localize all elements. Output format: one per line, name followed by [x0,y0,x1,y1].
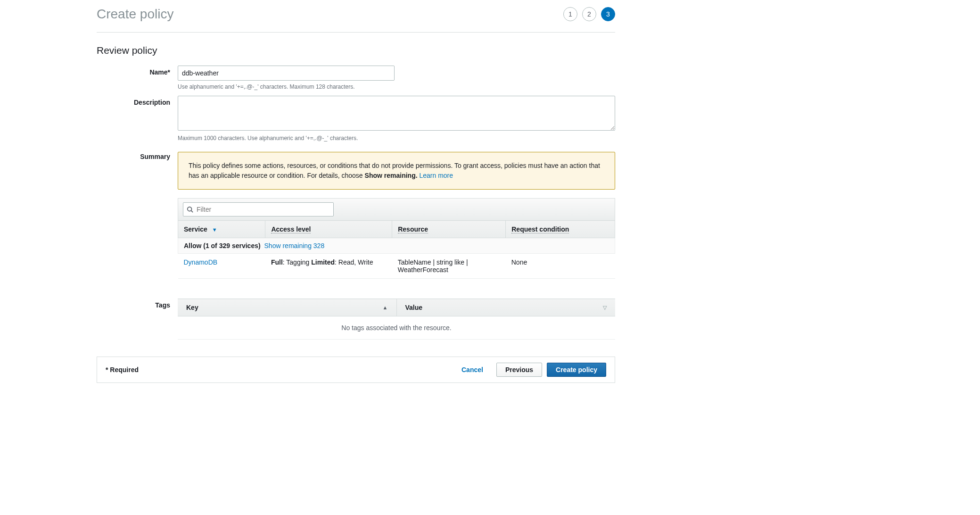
cell-resource: TableName | string like | WeatherForecas… [392,254,506,279]
step-3[interactable]: 3 [601,7,615,21]
summary-row: Summary This policy defines some actions… [97,152,615,279]
table-row: DynamoDB Full: Tagging Limited: Read, Wr… [178,254,615,279]
summary-panel: Service ▼ Access level Resource [178,198,615,279]
service-link-dynamodb[interactable]: DynamoDB [184,258,218,266]
col-access-level[interactable]: Access level [265,221,392,238]
allow-summary-row: Allow (1 of 329 services) Show remaining… [178,238,615,254]
footer-bar: * Required Cancel Previous Create policy [97,357,615,383]
summary-label: Summary [97,152,178,279]
description-row: Description Maximum 1000 characters. Use… [97,96,615,141]
description-input[interactable] [178,96,615,131]
name-label: Name* [97,66,178,90]
tags-col-value[interactable]: Value ▽ [396,299,615,316]
name-row: Name* Use alphanumeric and '+=,.@-_' cha… [97,66,615,90]
summary-table: Service ▼ Access level Resource [178,220,615,279]
learn-more-link[interactable]: Learn more [419,172,453,179]
step-2[interactable]: 2 [582,7,596,21]
summary-warning: This policy defines some actions, resour… [178,152,615,190]
name-hint: Use alphanumeric and '+=,.@-_' character… [178,83,615,90]
tags-empty-row: No tags associated with the resource. [178,316,615,340]
tags-table: Key ▲ Value ▽ No tags associated with th… [178,299,615,340]
tags-label: Tags [97,299,178,340]
allow-count: Allow (1 of 329 services) [184,242,261,249]
sort-unsorted-icon: ▽ [603,305,607,311]
col-request-condition[interactable]: Request condition [506,221,615,238]
name-input[interactable] [178,66,395,81]
section-title: Review policy [97,45,615,56]
show-remaining-link[interactable]: Show remaining 328 [264,242,325,249]
warning-bold: Show remaining. [365,172,418,179]
col-resource[interactable]: Resource [392,221,506,238]
create-policy-button[interactable]: Create policy [547,363,606,377]
tags-col-key[interactable]: Key ▲ [178,299,396,316]
col-service[interactable]: Service ▼ [178,221,265,238]
svg-line-1 [191,211,193,213]
step-1[interactable]: 1 [563,7,577,21]
description-hint: Maximum 1000 characters. Use alphanumeri… [178,135,615,141]
description-label: Description [97,96,178,141]
cell-condition: None [506,254,615,279]
sort-asc-icon: ▲ [383,305,388,310]
svg-point-0 [188,207,192,211]
previous-button[interactable]: Previous [496,363,542,377]
tags-empty-text: No tags associated with the resource. [178,316,615,340]
cancel-button[interactable]: Cancel [453,363,492,376]
page-title: Create policy [97,7,173,22]
required-note: * Required [106,366,139,374]
search-icon [187,206,193,213]
cell-access-level: Full: Tagging Limited: Read, Write [265,254,392,279]
page-header: Create policy 1 2 3 [97,7,615,33]
tags-row: Tags Key ▲ Value ▽ [97,299,615,340]
wizard-steps: 1 2 3 [563,7,615,21]
filter-input[interactable] [183,202,334,216]
sort-caret-icon: ▼ [212,227,217,233]
filter-bar [178,198,615,220]
